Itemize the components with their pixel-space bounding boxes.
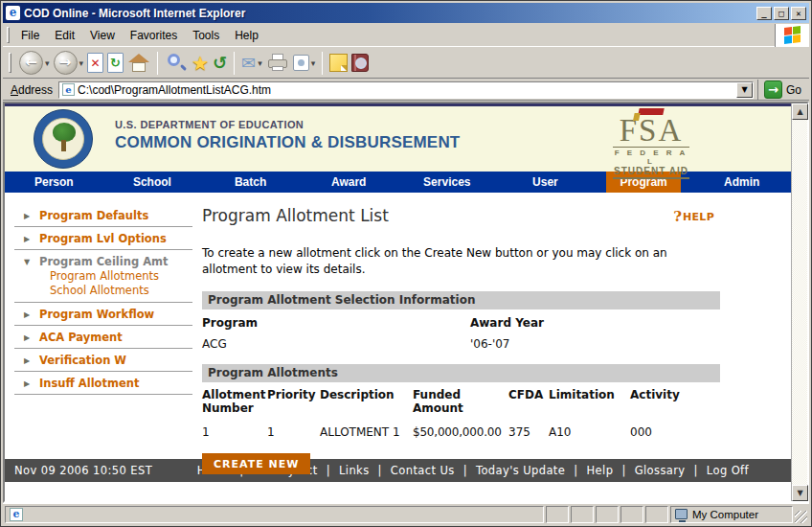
status-pane [571, 506, 594, 523]
dept-of-education-seal-icon [34, 109, 93, 169]
back-icon[interactable]: ← [19, 51, 43, 75]
menu-edit[interactable]: Edit [47, 26, 82, 45]
chevron-down-icon: ▼ [24, 258, 33, 266]
table-header-row: Allotment Number Priority Description Fu… [202, 388, 719, 415]
status-pane [596, 506, 619, 523]
col-allotment-number: Allotment Number [202, 388, 267, 415]
col-cfda: CFDA [508, 388, 549, 415]
priority-value: 1 [267, 415, 320, 439]
mail-icon[interactable]: ✉ [241, 52, 256, 75]
favorites-star-icon[interactable]: ★ [192, 52, 209, 75]
chevron-right-icon: ▶ [24, 333, 33, 342]
sidebar-item-program-defaults[interactable]: ▶ Program Defaults [14, 204, 192, 227]
nav-tab-person[interactable]: Person [5, 172, 103, 193]
funded-amount-value: $50,000,000.00 [413, 415, 508, 439]
agency-name: U.S. DEPARTMENT OF EDUCATION [115, 119, 460, 130]
search-icon[interactable] [165, 52, 188, 75]
help-link[interactable]: ? HELP [673, 210, 714, 225]
discuss-note-icon[interactable] [329, 54, 348, 72]
address-bar: Address e ▼ → Go [3, 80, 809, 101]
cfda-value: 375 [508, 415, 549, 439]
sidebar-item-program-lvl-options[interactable]: ▶ Program Lvl Options [14, 227, 192, 250]
nav-tab-award[interactable]: Award [300, 172, 398, 193]
activity-value: 000 [630, 415, 719, 439]
print-icon[interactable] [266, 54, 289, 73]
description-value: ALLOTMENT 1 [320, 415, 413, 439]
chevron-right-icon: ▶ [24, 212, 33, 220]
page-document-icon: e [62, 83, 75, 96]
status-zone-label: My Computer [692, 509, 758, 520]
main-content: Program Allotment List ? HELP To create … [202, 193, 720, 474]
home-icon[interactable] [127, 53, 150, 74]
toolbar-separator [234, 52, 235, 75]
menu-tools[interactable]: Tools [185, 26, 227, 45]
sidebar-item-program-workflow[interactable]: ▶ Program Workflow [14, 303, 192, 326]
edit-dropdown-icon[interactable]: ▾ [311, 58, 316, 68]
resize-grip[interactable] [795, 511, 807, 523]
help-label: HELP [683, 210, 714, 225]
go-button-label[interactable]: Go [786, 83, 801, 97]
title-bar: e COD Online - Microsoft Internet Explor… [3, 3, 809, 23]
menu-favorites[interactable]: Favorites [123, 26, 185, 45]
windows-logo-icon [775, 24, 809, 47]
page-content: U.S. DEPARTMENT OF EDUCATION COMMON ORIG… [5, 103, 791, 501]
question-mark-icon: ? [673, 210, 682, 223]
scroll-up-icon[interactable]: ▲ [792, 103, 808, 120]
award-year-value: '06-'07 [470, 337, 720, 351]
chevron-right-icon: ▶ [24, 379, 33, 388]
edit-icon[interactable] [293, 55, 309, 71]
address-input-wrap: e ▼ [58, 81, 754, 99]
sidebar-item-insuff-allotment[interactable]: ▶ Insuff Allotment [14, 372, 192, 395]
nav-tab-services[interactable]: Services [398, 172, 497, 193]
menu-help[interactable]: Help [227, 26, 266, 45]
col-funded-amount: Funded Amount [413, 388, 508, 415]
fsa-logo: FSA F E D E R A L STUDENT AID [613, 108, 689, 179]
scroll-down-icon[interactable]: ▼ [792, 485, 808, 501]
allotments-section-header: Program Allotments [202, 364, 720, 382]
graduation-cap-icon [638, 108, 664, 115]
maximize-button[interactable]: □ [774, 7, 789, 20]
menu-file[interactable]: File [13, 26, 47, 45]
ie-logo-icon: e [6, 6, 20, 20]
mail-dropdown-icon[interactable]: ▾ [258, 58, 262, 68]
address-dropdown-icon[interactable]: ▼ [736, 82, 753, 98]
history-icon[interactable]: ↺ [213, 52, 227, 75]
toolbar-separator [322, 52, 323, 75]
sidebar-item-verification-w[interactable]: ▶ Verification W [14, 349, 192, 372]
col-activity: Activity [630, 388, 719, 415]
vertical-scrollbar[interactable]: ▲ ▼ [791, 103, 807, 501]
stop-icon[interactable] [87, 53, 103, 73]
status-zone-pane: My Computer [670, 506, 793, 523]
forward-icon[interactable]: → [54, 51, 78, 75]
sidebar-item-aca-payment[interactable]: ▶ ACA Payment [14, 326, 192, 349]
sidebar-subitem-school-allotments[interactable]: School Allotments [50, 284, 192, 298]
page-title: Program Allotment List [202, 206, 720, 225]
refresh-icon[interactable] [107, 53, 124, 73]
minimize-button[interactable]: _ [756, 7, 772, 20]
address-label: Address [3, 83, 58, 97]
nav-tab-admin[interactable]: Admin [692, 172, 791, 193]
address-input[interactable] [78, 82, 736, 98]
back-dropdown-icon[interactable]: ▾ [45, 58, 50, 68]
nav-tab-school[interactable]: School [103, 172, 202, 193]
menu-view[interactable]: View [82, 26, 123, 45]
site-header: U.S. DEPARTMENT OF EDUCATION COMMON ORIG… [5, 106, 791, 172]
toolbar-grip[interactable] [7, 27, 10, 42]
sidebar-item-program-ceiling-amt[interactable]: ▼ Program Ceiling Amt Program Allotments… [14, 250, 192, 303]
research-book-icon[interactable] [351, 54, 369, 72]
close-button[interactable]: ✕ [791, 7, 806, 20]
status-pane-main: e [5, 506, 544, 523]
sidebar-subitem-program-allotments[interactable]: Program Allotments [50, 269, 192, 284]
toolbar-grip[interactable] [9, 53, 11, 74]
fsa-federal-text: F E D E R A L [613, 147, 689, 166]
go-arrow-icon[interactable]: → [764, 80, 782, 99]
nav-tab-batch[interactable]: Batch [201, 172, 300, 193]
status-pane [620, 506, 643, 523]
forward-dropdown-icon[interactable]: ▾ [79, 58, 84, 68]
limitation-value: A10 [549, 415, 630, 439]
create-new-button[interactable]: CREATE NEW [202, 453, 310, 474]
intro-text: To create a new allotment click on the C… [202, 245, 720, 278]
chevron-right-icon: ▶ [24, 310, 33, 319]
allotment-number-link[interactable]: 1 [202, 415, 267, 439]
nav-tab-user[interactable]: User [496, 172, 595, 193]
